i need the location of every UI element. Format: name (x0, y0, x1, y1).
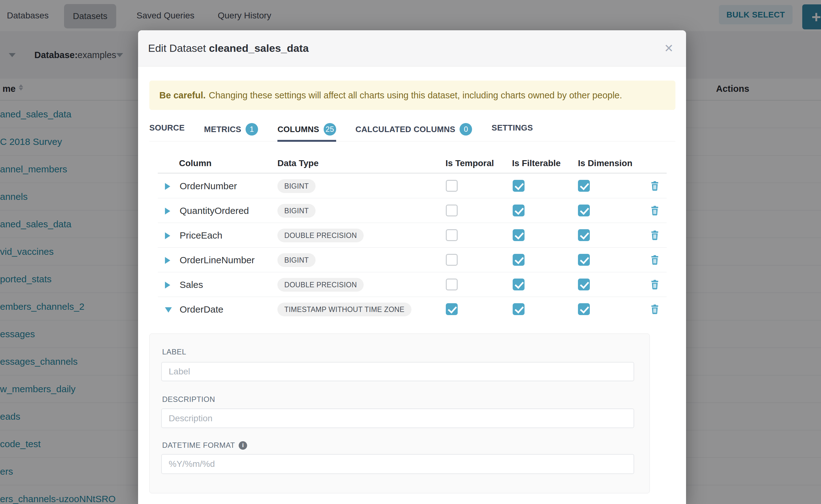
column-name: PriceEach (180, 230, 222, 241)
is-temporal-checkbox[interactable] (446, 229, 458, 241)
column-row: PriceEach DOUBLE PRECISION (158, 223, 667, 248)
is-filterable-checkbox[interactable] (513, 254, 525, 266)
column-name: OrderNumber (180, 181, 237, 191)
column-row: Sales DOUBLE PRECISION (158, 272, 667, 297)
trash-icon[interactable] (651, 304, 659, 314)
expand-caret-icon[interactable] (165, 282, 170, 289)
is-filterable-checkbox[interactable] (513, 303, 525, 315)
trash-icon[interactable] (651, 181, 659, 191)
is-dimension-header: Is Dimension (578, 158, 632, 168)
data-type-header: Data Type (277, 158, 319, 168)
is-dimension-checkbox[interactable] (578, 205, 590, 216)
collapse-caret-icon[interactable] (165, 307, 172, 313)
is-filterable-checkbox[interactable] (513, 205, 525, 216)
datetime-format-input[interactable] (161, 454, 634, 474)
data-type-pill: BIGINT (277, 204, 315, 218)
data-type-pill: BIGINT (277, 253, 315, 267)
info-icon[interactable]: i (239, 441, 247, 450)
is-temporal-checkbox[interactable] (446, 205, 458, 216)
trash-icon[interactable] (651, 206, 659, 215)
is-temporal-checkbox[interactable] (446, 303, 458, 315)
description-field-label: DESCRIPTION (162, 395, 215, 404)
column-name: Sales (180, 279, 203, 290)
modal-header: Edit Dataset cleaned_sales_data ✕ (138, 30, 686, 67)
is-filterable-checkbox[interactable] (513, 180, 525, 192)
is-dimension-checkbox[interactable] (578, 229, 590, 241)
close-icon[interactable]: ✕ (664, 43, 674, 54)
trash-icon[interactable] (651, 280, 659, 289)
is-temporal-checkbox[interactable] (446, 279, 458, 290)
tab-source[interactable]: SOURCE (149, 119, 185, 139)
is-dimension-checkbox[interactable] (578, 279, 590, 290)
column-row-expanded: OrderDate TIMESTAMP WITHOUT TIME ZONE (158, 297, 667, 322)
expand-caret-icon[interactable] (165, 208, 170, 215)
warning-banner: Be careful. Changing these settings will… (149, 81, 675, 110)
label-field-label: LABEL (162, 348, 186, 356)
data-type-pill: DOUBLE PRECISION (277, 229, 363, 242)
trash-icon[interactable] (651, 230, 659, 240)
modal-title: Edit Dataset cleaned_sales_data (148, 42, 309, 54)
expand-caret-icon[interactable] (165, 257, 170, 264)
expand-caret-icon[interactable] (165, 232, 170, 239)
columns-table: Column Data Type Is Temporal Is Filterab… (158, 158, 667, 322)
column-row: OrderNumber BIGINT (158, 174, 667, 198)
column-row: QuantityOrdered BIGINT (158, 198, 667, 223)
tab-metrics[interactable]: METRICS1 (204, 119, 258, 142)
is-filterable-header: Is Filterable (512, 158, 561, 168)
is-temporal-checkbox[interactable] (446, 254, 458, 266)
calculated-columns-count-badge: 0 (460, 123, 472, 136)
modal-tabs: SOURCE METRICS1 COLUMNS25 CALCULATED COL… (149, 119, 675, 141)
warning-text: Changing these settings will affect all … (209, 90, 622, 101)
is-temporal-header: Is Temporal (446, 158, 494, 168)
columns-count-badge: 25 (324, 123, 336, 136)
column-header: Column (179, 158, 211, 168)
column-name: OrderLineNumber (180, 255, 255, 265)
label-input[interactable] (161, 362, 634, 381)
tab-calculated-columns[interactable]: CALCULATED COLUMNS0 (355, 119, 472, 142)
column-name: QuantityOrdered (180, 205, 249, 216)
is-filterable-checkbox[interactable] (513, 229, 525, 241)
column-name: OrderDate (180, 304, 223, 315)
data-type-pill: BIGINT (277, 179, 315, 193)
is-dimension-checkbox[interactable] (578, 180, 590, 192)
columns-table-header: Column Data Type Is Temporal Is Filterab… (158, 158, 667, 173)
is-dimension-checkbox[interactable] (578, 303, 590, 315)
data-type-pill: TIMESTAMP WITHOUT TIME ZONE (277, 303, 412, 316)
tab-settings[interactable]: SETTINGS (492, 119, 533, 139)
tab-columns[interactable]: COLUMNS25 (277, 119, 336, 142)
is-dimension-checkbox[interactable] (578, 254, 590, 266)
datetime-format-field-label: DATETIME FORMAT i (162, 441, 247, 450)
metrics-count-badge: 1 (245, 123, 258, 136)
dataset-name: cleaned_sales_data (209, 42, 309, 54)
warning-bold-text: Be careful. (159, 90, 205, 101)
is-filterable-checkbox[interactable] (513, 279, 525, 290)
column-row: OrderLineNumber BIGINT (158, 248, 667, 272)
data-type-pill: DOUBLE PRECISION (277, 278, 363, 292)
column-editor-panel: LABEL DESCRIPTION DATETIME FORMAT i (149, 334, 650, 493)
expand-caret-icon[interactable] (165, 183, 170, 190)
description-input[interactable] (161, 408, 634, 428)
is-temporal-checkbox[interactable] (446, 180, 458, 192)
edit-dataset-modal: Edit Dataset cleaned_sales_data ✕ Be car… (138, 30, 686, 504)
trash-icon[interactable] (651, 255, 659, 265)
